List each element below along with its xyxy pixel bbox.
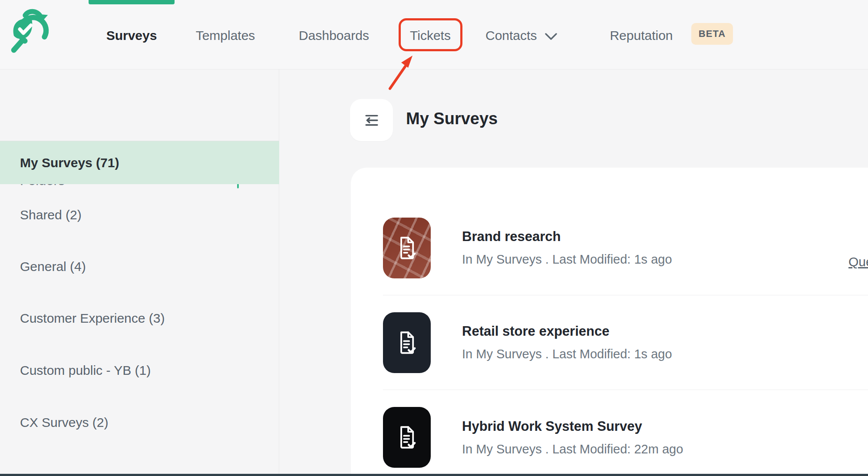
tab-contacts[interactable]: Contacts <box>485 25 558 46</box>
survey-document-icon <box>393 329 420 356</box>
tab-reputation[interactable]: Reputation <box>610 25 673 46</box>
page-title: My Surveys <box>406 109 498 128</box>
surveys-list-card: Brand research In My Surveys . Last Modi… <box>351 168 868 476</box>
survey-document-icon <box>393 424 420 451</box>
survey-info: Brand research In My Surveys . Last Modi… <box>462 229 672 267</box>
survey-meta: In My Surveys . Last Modified: 1s ago <box>462 252 672 267</box>
sidebar-item-shared[interactable]: Shared (2) <box>0 193 279 237</box>
active-tab-indicator <box>89 0 175 4</box>
survey-info: Retail store experience In My Surveys . … <box>462 324 672 361</box>
survey-title: Retail store experience <box>462 324 672 339</box>
sidebar-item-custom-public-yb[interactable]: Custom public - YB (1) <box>0 349 279 392</box>
tab-contacts-label: Contacts <box>485 28 537 43</box>
survey-thumbnail <box>383 218 431 278</box>
survey-title: Brand research <box>462 229 672 245</box>
survey-title: Hybrid Work System Survey <box>462 419 683 434</box>
tab-templates[interactable]: Templates <box>196 25 255 46</box>
sidebar-item-customer-experience[interactable]: Customer Experience (3) <box>0 297 279 340</box>
sidebar-item-cx-surveys[interactable]: CX Surveys (2) <box>0 401 279 444</box>
surveysparrow-logo-icon[interactable] <box>10 6 52 53</box>
window-bottom-border <box>0 474 868 476</box>
survey-row-retail-store-experience[interactable]: Retail store experience In My Surveys . … <box>383 295 868 390</box>
survey-info: Hybrid Work System Survey In My Surveys … <box>462 419 683 456</box>
tab-dashboards[interactable]: Dashboards <box>299 25 369 46</box>
collapse-sidebar-icon <box>362 111 381 130</box>
tab-tickets[interactable]: Tickets <box>410 25 451 46</box>
sidebar-item-general[interactable]: General (4) <box>0 245 279 288</box>
top-navigation-bar: Surveys Templates Dashboards Tickets Con… <box>0 0 868 69</box>
survey-document-icon <box>393 235 420 261</box>
survey-thumbnail <box>383 312 431 373</box>
survey-meta: In My Surveys . Last Modified: 22m ago <box>462 442 683 456</box>
collapse-sidebar-button[interactable] <box>350 99 393 141</box>
chevron-down-icon <box>545 33 558 40</box>
questions-link[interactable]: Questions <box>848 255 868 269</box>
app-window: Surveys Templates Dashboards Tickets Con… <box>0 0 868 476</box>
tab-surveys[interactable]: Surveys <box>106 25 157 46</box>
survey-row-brand-research[interactable]: Brand research In My Surveys . Last Modi… <box>383 201 868 295</box>
folders-sidebar: Folders My Surveys (71) Shared (2) Gener… <box>0 69 279 476</box>
survey-thumbnail <box>383 407 431 468</box>
sidebar-item-my-surveys[interactable]: My Surveys (71) <box>0 141 279 184</box>
beta-badge: BETA <box>691 23 733 45</box>
survey-row-hybrid-work-system-survey[interactable]: Hybrid Work System Survey In My Surveys … <box>383 390 868 476</box>
survey-meta: In My Surveys . Last Modified: 1s ago <box>462 347 672 361</box>
